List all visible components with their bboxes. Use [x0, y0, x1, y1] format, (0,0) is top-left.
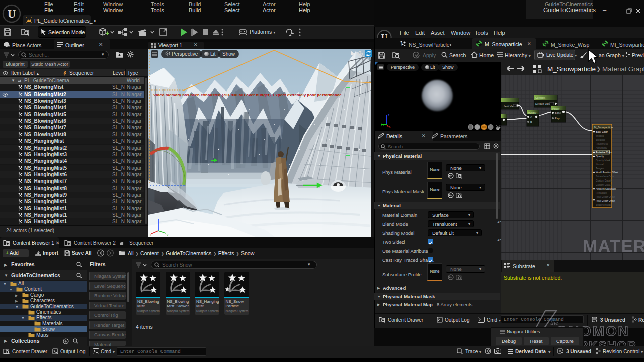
svg-text:Multiply: Multiply [528, 111, 536, 114]
svg-text:Emissive Color: Emissive Color [596, 151, 612, 154]
svg-text:Shading Model: Shading Model [596, 204, 612, 206]
svg-text:U: U [8, 8, 16, 20]
svg-text:A: A [530, 115, 532, 118]
svg-text:z: z [388, 113, 389, 117]
svg-text:❯: ❯ [596, 66, 601, 72]
svg-text:Ambient Occlusion: Ambient Occlusion [596, 188, 616, 190]
svg-text:Roughness: Roughness [596, 143, 608, 145]
svg-text:B: B [530, 120, 532, 123]
svg-text:Pixel Depth Offset: Pixel Depth Offset [596, 200, 615, 202]
svg-text:M_Snowpar ticle: M_Snowpar ticle [594, 126, 613, 129]
svg-text:Constant: Constant [535, 96, 546, 99]
svg-text:Opacity: Opacity [596, 155, 604, 158]
svg-text:Exp: Exp [555, 117, 559, 120]
svg-text:Metallic: Metallic [596, 135, 604, 137]
svg-text:M_Snowparticle: M_Snowparticle [547, 65, 596, 73]
svg-text:MATERIA: MATERIA [583, 236, 644, 256]
svg-text:y: y [167, 233, 168, 236]
svg-text:Specular: Specular [596, 139, 605, 141]
svg-text:Default Value: Default Value [535, 102, 552, 105]
svg-text:Material Graph: Material Graph [602, 65, 644, 73]
svg-text:Base: Base [555, 111, 561, 114]
svg-text:Pixel Depth Offset: Pixel Depth Offset [596, 196, 615, 198]
svg-text:Anisotropy: Anisotropy [596, 147, 607, 149]
svg-text:Tangent: Tangent [596, 167, 605, 170]
svg-text:Power: Power [552, 107, 560, 110]
svg-text:Subsurface Color: Subsurface Color [596, 175, 614, 178]
svg-text:Refraction: Refraction [596, 192, 607, 194]
svg-text:World Position Offset: World Position Offset [596, 171, 619, 174]
svg-text:Base Color: Base Color [596, 131, 608, 133]
svg-text:Custom Data 1: Custom Data 1 [596, 184, 612, 186]
svg-text:Video memory has been exhauste: Video memory has been exhausted (731.938… [153, 93, 343, 97]
svg-text:x: x [150, 233, 151, 236]
svg-text:Normal: Normal [596, 163, 603, 166]
svg-text:Custom Data 0: Custom Data 0 [596, 179, 612, 182]
svg-text:x: x [389, 125, 391, 128]
svg-text:Opacity Mask: Opacity Mask [596, 159, 611, 162]
